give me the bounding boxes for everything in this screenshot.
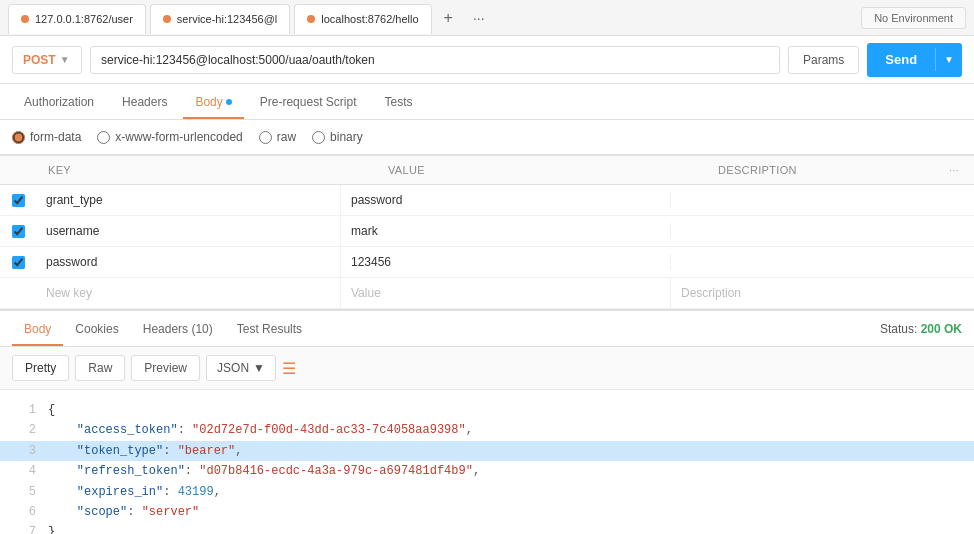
kv-new-value-placeholder[interactable]: Value xyxy=(340,278,670,308)
method-chevron-icon: ▼ xyxy=(60,54,70,65)
language-chevron-icon: ▼ xyxy=(253,361,265,375)
kv-value-password: 123456 xyxy=(340,247,670,277)
tab-headers[interactable]: Headers xyxy=(110,87,179,119)
kv-header-key: Key xyxy=(36,156,376,184)
url-input[interactable] xyxy=(90,46,780,74)
kv-header-more: ··· xyxy=(934,156,974,184)
json-line-3: 3 "token_type": "bearer", xyxy=(0,441,974,461)
method-select[interactable]: POST ▼ xyxy=(12,46,82,74)
json-line-5: 5 "expires_in": 43199, xyxy=(0,482,974,502)
kv-value-grant-type: password xyxy=(340,185,670,215)
kv-checkbox-username[interactable] xyxy=(12,225,25,238)
status-ok: 200 OK xyxy=(921,322,962,336)
tab-hello-label: localhost:8762/hello xyxy=(321,13,418,25)
tab-prerequest[interactable]: Pre-request Script xyxy=(248,87,369,119)
response-tab-cookies[interactable]: Cookies xyxy=(63,314,130,346)
response-tabs-bar: Body Cookies Headers (10) Test Results S… xyxy=(0,311,974,347)
language-select[interactable]: JSON ▼ xyxy=(206,355,276,381)
request-tabs: Authorization Headers Body Pre-request S… xyxy=(0,84,974,120)
kv-row-grant-type: grant_type password xyxy=(0,185,974,216)
json-line-4: 4 "refresh_token": "d07b8416-ecdc-4a3a-9… xyxy=(0,461,974,481)
kv-table-header: Key Value Description ··· xyxy=(0,155,974,185)
environment-selector[interactable]: No Environment xyxy=(861,7,966,29)
json-line-7: 7 } xyxy=(0,522,974,534)
kv-desc-username xyxy=(670,223,974,239)
json-viewer: 1 { 2 "access_token": "02d72e7d-f00d-43d… xyxy=(0,390,974,534)
kv-row-password: password 123456 xyxy=(0,247,974,278)
json-line-2: 2 "access_token": "02d72e7d-f00d-43dd-ac… xyxy=(0,420,974,440)
tab-body[interactable]: Body xyxy=(183,87,243,119)
body-type-options: form-data x-www-form-urlencoded raw bina… xyxy=(0,120,974,155)
kv-row-username: username mark xyxy=(0,216,974,247)
format-preview-button[interactable]: Preview xyxy=(131,355,200,381)
language-label: JSON xyxy=(217,361,249,375)
kv-value-username: mark xyxy=(340,216,670,246)
kv-new-key-placeholder[interactable]: New key xyxy=(36,278,340,308)
tab-user-label: 127.0.0.1:8762/user xyxy=(35,13,133,25)
kv-key-password: password xyxy=(36,247,340,277)
tab-user[interactable]: 127.0.0.1:8762/user xyxy=(8,4,146,34)
tab-hello[interactable]: localhost:8762/hello xyxy=(294,4,431,34)
tab-bar: 127.0.0.1:8762/user service-hi:123456@l … xyxy=(0,0,974,36)
tab-authorization[interactable]: Authorization xyxy=(12,87,106,119)
send-label: Send xyxy=(867,46,935,73)
tab-service[interactable]: service-hi:123456@l xyxy=(150,4,290,34)
method-label: POST xyxy=(23,53,56,67)
response-toolbar: Pretty Raw Preview JSON ▼ ☰ xyxy=(0,347,974,390)
url-bar: POST ▼ Params Send ▼ xyxy=(0,36,974,84)
tab-tests[interactable]: Tests xyxy=(372,87,424,119)
kv-desc-grant-type xyxy=(670,192,974,208)
response-tab-headers[interactable]: Headers (10) xyxy=(131,314,225,346)
json-line-6: 6 "scope": "server" xyxy=(0,502,974,522)
kv-new-desc-placeholder[interactable]: Description xyxy=(670,278,974,308)
body-type-form-data[interactable]: form-data xyxy=(12,130,81,144)
tab-service-label: service-hi:123456@l xyxy=(177,13,277,25)
kv-header-value: Value xyxy=(376,156,706,184)
response-section: Body Cookies Headers (10) Test Results S… xyxy=(0,309,974,534)
send-button[interactable]: Send ▼ xyxy=(867,43,962,77)
body-type-binary[interactable]: binary xyxy=(312,130,363,144)
kv-key-grant-type: grant_type xyxy=(36,185,340,215)
kv-desc-password xyxy=(670,254,974,270)
body-type-urlencoded[interactable]: x-www-form-urlencoded xyxy=(97,130,242,144)
kv-key-username: username xyxy=(36,216,340,246)
response-tab-test-results[interactable]: Test Results xyxy=(225,314,314,346)
format-raw-button[interactable]: Raw xyxy=(75,355,125,381)
body-type-raw[interactable]: raw xyxy=(259,130,296,144)
kv-row-new: New key Value Description xyxy=(0,278,974,309)
params-button[interactable]: Params xyxy=(788,46,859,74)
response-tab-body[interactable]: Body xyxy=(12,314,63,346)
tab-dot-service xyxy=(163,15,171,23)
json-line-1: 1 { xyxy=(0,400,974,420)
tab-dot-user xyxy=(21,15,29,23)
new-tab-button[interactable]: + xyxy=(436,5,461,31)
kv-checkbox-password[interactable] xyxy=(12,256,25,269)
wrap-icon[interactable]: ☰ xyxy=(282,359,296,378)
format-pretty-button[interactable]: Pretty xyxy=(12,355,69,381)
status-indicator: Status: 200 OK xyxy=(880,322,962,336)
kv-checkbox-grant-type[interactable] xyxy=(12,194,25,207)
more-tabs-button[interactable]: ··· xyxy=(465,6,493,30)
kv-header-desc: Description xyxy=(706,156,934,184)
body-active-dot xyxy=(226,99,232,105)
send-dropdown-icon[interactable]: ▼ xyxy=(935,48,962,71)
tab-dot-hello xyxy=(307,15,315,23)
